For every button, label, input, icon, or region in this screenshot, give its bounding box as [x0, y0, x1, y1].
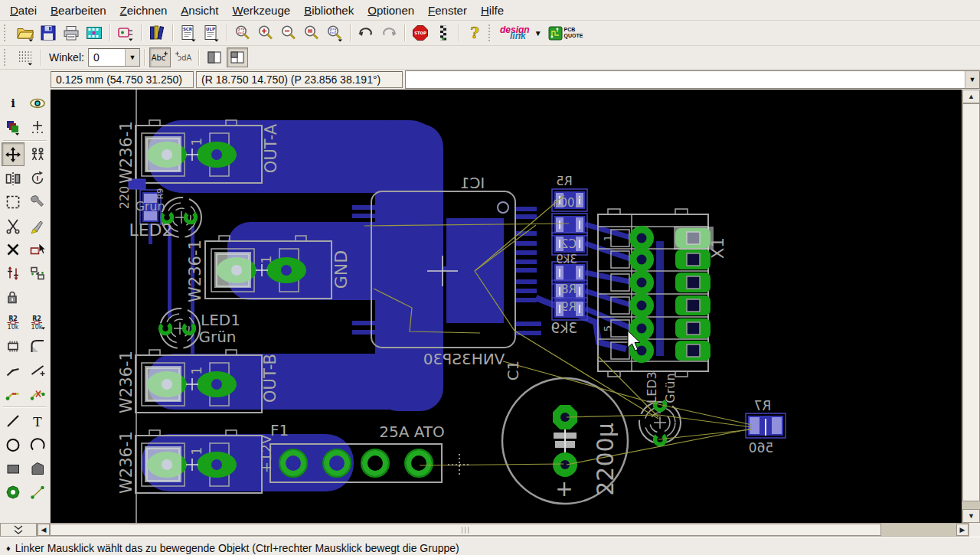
- board-label: C1: [504, 361, 522, 381]
- pane-single-button[interactable]: [227, 47, 248, 67]
- paste-tool-button[interactable]: [26, 214, 49, 237]
- zoom-fit-button[interactable]: [232, 23, 253, 43]
- vertical-scroll-trough[interactable]: [962, 501, 980, 509]
- svg-text:10k: 10k: [31, 324, 42, 331]
- command-combobox[interactable]: ▼: [405, 70, 980, 89]
- text-orientation-mirrored-button[interactable]: Abc: [172, 47, 194, 67]
- cam-processor-button[interactable]: [83, 23, 105, 43]
- menu-bibliothek[interactable]: Bibliothek: [297, 2, 361, 19]
- smash-tool-button[interactable]: [2, 334, 24, 357]
- via-tool-button[interactable]: [2, 480, 24, 504]
- pcb-quote-line1: PCB: [564, 27, 583, 33]
- rotate-tool-button[interactable]: [26, 166, 49, 190]
- go-button[interactable]: [433, 23, 454, 43]
- scroll-right-button[interactable]: ▶: [956, 524, 969, 536]
- zoom-select-button[interactable]: [324, 23, 345, 43]
- pinswap-tool-button[interactable]: [2, 261, 24, 285]
- mirror-tool-button[interactable]: [2, 166, 24, 190]
- print-button[interactable]: [60, 23, 82, 43]
- scroll-left-button[interactable]: ◀: [38, 524, 50, 536]
- group-tool-button[interactable]: [26, 142, 49, 166]
- r7-resistor[interactable]: [746, 413, 786, 438]
- design-link-logo[interactable]: design link: [500, 26, 530, 40]
- show-tool-button[interactable]: [26, 91, 49, 115]
- menu-zeichnen[interactable]: Zeichnen: [113, 2, 175, 19]
- stop-button[interactable]: STOP: [410, 23, 431, 43]
- polygon-tool-button[interactable]: [26, 456, 49, 480]
- arc-tool-button[interactable]: [26, 433, 49, 456]
- add-component-icon: [29, 241, 46, 258]
- library-button[interactable]: [146, 23, 168, 43]
- horizontal-scrollbar[interactable]: ◀ ▶: [37, 523, 969, 537]
- menu-optionen[interactable]: Optionen: [361, 2, 421, 19]
- route-tool-button[interactable]: [2, 381, 24, 405]
- zoom-redraw-button[interactable]: [301, 23, 322, 43]
- redo-button[interactable]: [378, 23, 400, 43]
- optimize-tool-button[interactable]: [26, 357, 49, 381]
- menu-hilfe[interactable]: Hilfe: [474, 2, 511, 19]
- delete-tool-button[interactable]: [2, 237, 24, 261]
- arc-icon: [29, 436, 46, 453]
- menu-fenster[interactable]: Fenster: [421, 2, 474, 19]
- angle-combobox[interactable]: 0 ▼: [88, 48, 140, 67]
- toolbar-grip[interactable]: [4, 49, 11, 66]
- run-ulp-button[interactable]: ULP: [201, 23, 222, 43]
- scroll-down-button[interactable]: ▼: [962, 509, 980, 523]
- text-orientation-button[interactable]: Abc: [149, 47, 171, 67]
- angle-value: 0: [89, 51, 125, 64]
- zoom-out-button[interactable]: [278, 23, 299, 43]
- vertical-scrollbar[interactable]: ▲ ▼: [962, 90, 980, 523]
- vertical-scroll-thumb[interactable]: [962, 103, 980, 501]
- help-button[interactable]: ?: [464, 23, 485, 43]
- wire-tool-button[interactable]: [2, 409, 24, 433]
- grid-button[interactable]: [15, 47, 36, 67]
- circle-tool-button[interactable]: [2, 433, 24, 456]
- toolbar-grip[interactable]: [4, 24, 11, 41]
- pcb-quote-button[interactable]: PCBQUOTE: [548, 26, 583, 41]
- svg-text:ULP: ULP: [206, 27, 215, 31]
- move-tool-button[interactable]: [2, 142, 24, 166]
- signal-tool-button[interactable]: [26, 480, 49, 504]
- gateswap-tool-button[interactable]: [26, 261, 49, 285]
- design-link-dropdown-icon[interactable]: ▼: [534, 29, 542, 38]
- polygon-icon: [29, 460, 46, 477]
- split-tool-button[interactable]: [2, 357, 24, 381]
- menu-bearbeiten[interactable]: Bearbeiten: [44, 2, 113, 19]
- ripup-tool-button[interactable]: [26, 381, 49, 405]
- change-tool-button[interactable]: [26, 190, 49, 214]
- run-script-button[interactable]: SCR: [178, 23, 199, 43]
- scroll-up-button[interactable]: ▲: [962, 90, 980, 103]
- value-tool-button[interactable]: R210k: [26, 310, 49, 334]
- cut-tool-button[interactable]: [2, 214, 24, 237]
- name-tool-button[interactable]: R210k: [2, 310, 24, 334]
- select-group-tool-button[interactable]: [2, 190, 24, 214]
- save-button[interactable]: [38, 23, 59, 43]
- info-tool-button[interactable]: i: [2, 91, 24, 115]
- pane-split-button[interactable]: [204, 47, 225, 67]
- menu-werkzeuge[interactable]: Werkzeuge: [226, 2, 298, 19]
- undo-button[interactable]: [355, 23, 377, 43]
- led1[interactable]: [160, 309, 200, 348]
- horizontal-scroll-thumb[interactable]: [50, 524, 881, 536]
- text-tool-button[interactable]: T: [26, 409, 49, 433]
- board-label: OUT-B: [261, 354, 279, 403]
- f1-fuse[interactable]: [270, 444, 442, 482]
- angle-dropdown-icon: ▼: [125, 49, 139, 66]
- pinswap-icon: [5, 265, 21, 282]
- horizontal-scroll-trough[interactable]: [881, 524, 956, 536]
- display-layers-button[interactable]: [2, 115, 24, 139]
- zoom-in-button[interactable]: [255, 23, 276, 43]
- mark-icon: [29, 119, 46, 135]
- open-button[interactable]: [15, 23, 36, 43]
- mark-tool-button[interactable]: [26, 115, 49, 139]
- menu-datei[interactable]: Datei: [3, 2, 44, 19]
- menu-ansicht[interactable]: Ansicht: [174, 2, 225, 19]
- lock-tool-button[interactable]: [1, 285, 24, 309]
- board-canvas[interactable]: W236-11OUT-A220R9GrünLED2W236-11GNDIC1VN…: [51, 90, 962, 523]
- switch-editor-button[interactable]: [115, 23, 136, 43]
- pane-collapse-button[interactable]: [0, 523, 37, 537]
- toolbar-grip[interactable]: [488, 24, 496, 41]
- rect-tool-button[interactable]: [2, 456, 24, 480]
- add-tool-button[interactable]: [26, 237, 49, 261]
- miter-tool-button[interactable]: [26, 334, 49, 357]
